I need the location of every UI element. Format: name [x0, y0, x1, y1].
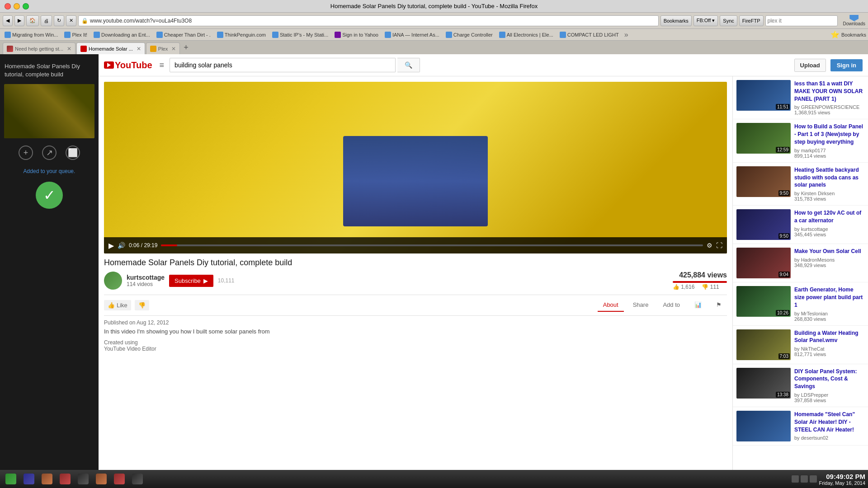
rec-title-0: less than $1 a watt DIY MAKE YOUR OWN SO… [794, 80, 864, 103]
taskbar-tools[interactable] [39, 472, 55, 486]
downloads-area[interactable]: Downloads [843, 15, 865, 26]
rec-title-link-4[interactable]: Make Your Own Solar Cell [794, 248, 861, 254]
flag-tab[interactable]: ⚑ [711, 299, 727, 312]
bookmarks-star-icon[interactable]: ⭐ [830, 30, 840, 39]
rec-title-link-7[interactable]: DIY Solar Panel System: Components, Cost… [794, 368, 857, 390]
print-button[interactable]: 🖨 [41, 15, 52, 26]
bm-more-btn[interactable]: » [624, 31, 628, 39]
close-button[interactable] [5, 3, 11, 9]
bm-downloading[interactable]: Downloading an Ent... [91, 31, 153, 39]
fullscreen-icon[interactable]: ⛶ [716, 242, 722, 249]
addto-tab[interactable]: Add to [657, 299, 685, 312]
upload-button[interactable]: Upload [794, 59, 826, 72]
yt-logo-text: YouTube [115, 60, 152, 70]
bm-compact[interactable]: COMPACT LED LIGHT [557, 31, 622, 39]
about-tab[interactable]: About [598, 299, 624, 312]
bm-allelectronics[interactable]: All Electronics | Ele... [496, 31, 556, 39]
rec-title-link-8[interactable]: Homemade "Steel Can" Solar Air Heater! D… [794, 411, 855, 433]
play-button[interactable]: ▶ [108, 241, 114, 250]
rec-title-link-5[interactable]: Earth Generator, Home size power plant b… [794, 286, 863, 308]
like-button[interactable]: 👍 Like [104, 300, 131, 310]
bm-thinkpenguin-label: ThinkPenguin.com [225, 32, 266, 38]
bm-migrating[interactable]: Migrating from Win... [2, 31, 61, 39]
tab-needhelp[interactable]: Need help getting st... ✕ [3, 42, 75, 54]
progress-bar[interactable] [161, 244, 703, 246]
stats-tab[interactable]: 📊 [689, 299, 707, 312]
menu-icon[interactable]: ≡ [160, 61, 165, 70]
bm-yahoo-icon [335, 32, 341, 38]
volume-button[interactable]: 🔊 [118, 242, 125, 249]
rec-title-link-3[interactable]: How to get 120v AC out of a car alternat… [794, 210, 861, 224]
rec-title-link-6[interactable]: Building a Water Heating Solar Panel.wmv [794, 330, 859, 344]
taskbar-media[interactable] [57, 472, 73, 486]
yt-search-input[interactable] [170, 58, 396, 72]
bm-cheaperthandirt[interactable]: Cheaper Than Dirt - . [154, 31, 213, 39]
forward-button[interactable]: ▶ [14, 15, 24, 26]
bm-thinkpenguin[interactable]: ThinkPenguin.com [214, 31, 269, 39]
stop-button[interactable]: ✕ [66, 15, 76, 26]
bm-plexit[interactable]: Plex It! [61, 31, 90, 39]
tab-homemade-icon [80, 46, 87, 52]
minimize-button[interactable] [14, 3, 20, 9]
recommendation-item-2[interactable]: 9:50 Heating Seattle backyard studio wit… [733, 163, 868, 206]
yt-search-button[interactable]: 🔍 [397, 58, 420, 72]
share-action-btn[interactable]: ↗ [42, 145, 57, 160]
tab-plex-close[interactable]: ✕ [171, 46, 176, 52]
bookmarks-btn[interactable]: Bookmarks [660, 15, 692, 26]
bm-staticip[interactable]: Static IP's - My Stati... [269, 31, 331, 39]
bm-downloading-icon [94, 32, 100, 38]
queue-link[interactable]: queue. [59, 168, 75, 174]
tab-plex[interactable]: Plex ✕ [146, 42, 180, 54]
recommendation-item-1[interactable]: 12:59 How to Build a Solar Panel - Part … [733, 119, 868, 162]
bm-iana[interactable]: IANA — Internet As... [382, 31, 442, 39]
video-main: ▶ 🔊 0:06 / 29:19 ⚙ ⛶ [99, 76, 732, 474]
rec-title-link-0[interactable]: less than $1 a watt DIY MAKE YOUR OWN SO… [794, 80, 863, 102]
sync-btn[interactable]: Sync [720, 15, 737, 26]
home-button[interactable]: 🏠 [26, 15, 39, 26]
settings-icon[interactable]: ⚙ [707, 242, 712, 249]
recommendation-item-7[interactable]: 13:38 DIY Solar Panel System: Components… [733, 364, 868, 407]
recommendation-item-3[interactable]: 9:50 How to get 120v AC out of a car alt… [733, 206, 868, 244]
bm-charge[interactable]: Charge Controller [443, 31, 495, 39]
browser-search-bar[interactable] [765, 15, 838, 26]
share-tab[interactable]: Share [627, 299, 654, 312]
browser-search-input[interactable] [768, 18, 835, 24]
recommendation-item-0[interactable]: 11:51 less than $1 a watt DIY MAKE YOUR … [733, 76, 868, 119]
rec-duration-0: 11:51 [776, 104, 790, 110]
recommendation-item-6[interactable]: 7:03 Building a Water Heating Solar Pane… [733, 326, 868, 364]
rec-thumb-4: 9:04 [736, 248, 791, 278]
video-player[interactable]: ▶ 🔊 0:06 / 29:19 ⚙ ⛶ [104, 82, 727, 253]
reload-button[interactable]: ↻ [54, 15, 64, 26]
rec-title-link-2[interactable]: Heating Seattle backyard studio with sod… [794, 167, 859, 188]
yt-logo: YouTube [104, 60, 152, 70]
tab-needhelp-close[interactable]: ✕ [67, 46, 71, 52]
recommendation-item-4[interactable]: 9:04 Make Your Own Solar Cell by HadronM… [733, 244, 868, 282]
bm-cheaperthandirt-label: Cheaper Than Dirt - . [164, 32, 211, 38]
tab-homemade[interactable]: Homemade Solar ... ✕ [76, 42, 145, 54]
dislike-button[interactable]: 👎 [135, 300, 149, 310]
taskbar-files[interactable] [21, 472, 37, 486]
fboff-btn[interactable]: FB:Off ▾ [693, 15, 718, 26]
recommendation-item-8[interactable]: Homemade "Steel Can" Solar Air Heater! D… [733, 407, 868, 446]
taskbar-browser[interactable] [93, 472, 109, 486]
back-button[interactable]: ◀ [3, 15, 13, 26]
maximize-button[interactable] [23, 3, 29, 9]
rec-title-link-1[interactable]: How to Build a Solar Panel - Part 1 of 3… [794, 123, 863, 145]
url-bar[interactable]: 🔒 [78, 15, 659, 26]
yt-play-icon [104, 61, 114, 69]
url-input[interactable] [90, 18, 656, 24]
new-tab-button[interactable]: + [181, 43, 191, 52]
bm-yahoo[interactable]: Sign in to Yahoo [332, 31, 381, 39]
recommendation-item-5[interactable]: 10:26 Earth Generator, Home size power p… [733, 282, 868, 325]
taskbar-linux[interactable] [3, 472, 19, 486]
tab-homemade-close[interactable]: ✕ [137, 46, 141, 52]
screen-action-btn[interactable]: ⬜ [66, 145, 80, 160]
taskbar-folder[interactable] [75, 472, 91, 486]
taskbar-edit[interactable] [111, 472, 127, 486]
taskbar-terminal[interactable] [129, 472, 146, 486]
channel-name[interactable]: kurtscottage [127, 274, 165, 281]
fireftp-btn[interactable]: FireFTP [739, 15, 764, 26]
signin-button[interactable]: Sign in [830, 59, 863, 71]
add-action-btn[interactable]: + [19, 145, 33, 160]
subscribe-button[interactable]: Subscribe ▶ [169, 275, 213, 287]
